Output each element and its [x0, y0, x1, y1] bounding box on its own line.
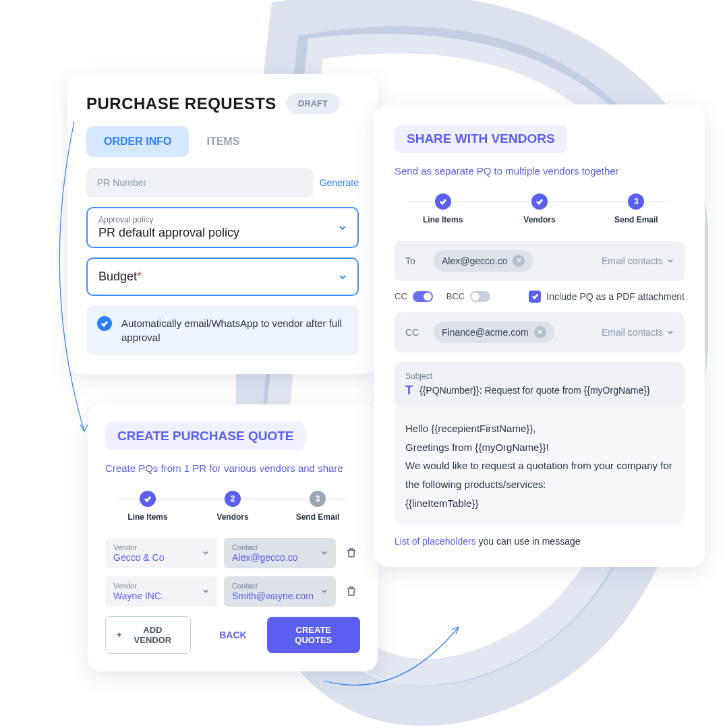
tab-order-info[interactable]: ORDER INFO — [86, 126, 189, 157]
cc-chip[interactable]: Finance@acme.com ✕ — [434, 322, 554, 343]
cpq-actions: +ADD VENDOR BACK CREATE QUOTES — [105, 616, 360, 654]
chevron-down-icon — [667, 257, 674, 264]
pr-header: PURCHASE REQUESTS DRAFT — [86, 93, 359, 114]
generate-link[interactable]: Generate — [320, 177, 359, 188]
step-vendors[interactable]: 2 Vendors — [190, 491, 275, 522]
approval-policy-label: Approval policy — [98, 215, 239, 224]
subject-label: Subject — [405, 371, 674, 381]
auto-email-text: Automatically email/WhatsApp to vendor a… — [121, 316, 348, 344]
contact-select[interactable]: Contact Smith@wayne.com — [224, 576, 336, 607]
step-send-email[interactable]: 3 Send Email — [588, 193, 685, 224]
step-done-icon — [435, 193, 451, 210]
vendor-row: Vendor Wayne INC. Contact Smith@wayne.co… — [105, 576, 360, 607]
plus-icon: + — [117, 630, 122, 640]
auto-email-option[interactable]: Automatically email/WhatsApp to vendor a… — [86, 305, 359, 355]
email-contacts-dropdown[interactable]: Email contacts — [602, 327, 674, 338]
check-icon — [97, 316, 112, 331]
contact-select[interactable]: Contact Alex@gecco.co — [224, 538, 336, 568]
checkbox-checked-icon — [529, 291, 541, 303]
budget-label: Budget* — [98, 270, 142, 284]
chevron-down-icon — [321, 588, 328, 595]
chevron-down-icon — [321, 549, 328, 556]
share-stepper: Line Items Vendors 3 Send Email — [395, 193, 685, 224]
cc-field[interactable]: CC Finance@acme.com ✕ Email contacts — [395, 312, 685, 353]
subject-value: {{PQNumber}}: Request for quote from {{m… — [419, 385, 650, 396]
placeholders-link[interactable]: List of placeholders — [395, 536, 476, 547]
tab-items[interactable]: ITEMS — [189, 126, 257, 157]
chevron-down-icon — [339, 224, 347, 232]
cc-label: CC — [395, 291, 407, 301]
step-line-items[interactable]: Line Items — [105, 491, 190, 522]
step-send-email[interactable]: 3 Send Email — [275, 491, 360, 522]
add-vendor-button[interactable]: +ADD VENDOR — [105, 616, 191, 654]
cpq-title: CREATE PURCHASE QUOTE — [105, 422, 306, 450]
cc-field-label: CC — [405, 327, 426, 338]
vendor-select[interactable]: Vendor Wayne INC. — [105, 576, 217, 607]
approval-policy-select[interactable]: Approval policy PR default approval poli… — [86, 207, 359, 248]
bcc-toggle[interactable] — [470, 291, 490, 302]
cc-bcc-row: CC BCC Include PQ as a PDF attachment — [395, 291, 685, 303]
chevron-down-icon — [202, 588, 209, 595]
cpq-stepper: Line Items 2 Vendors 3 Send Email — [105, 491, 360, 522]
budget-select[interactable]: Budget* — [86, 257, 359, 296]
chevron-down-icon — [202, 549, 209, 556]
delete-row-button[interactable] — [343, 582, 360, 600]
delete-row-button[interactable] — [343, 544, 360, 562]
bcc-label: BCC — [446, 291, 465, 301]
placeholders-hint: List of placeholders you can use in mess… — [395, 536, 685, 547]
to-label: To — [405, 255, 426, 266]
step-pending-icon: 3 — [310, 491, 326, 507]
remove-chip-icon[interactable]: ✕ — [513, 255, 525, 267]
create-purchase-quote-card: CREATE PURCHASE QUOTE Create PQs from 1 … — [88, 404, 378, 671]
pr-number-input[interactable] — [86, 168, 313, 198]
purchase-requests-card: PURCHASE REQUESTS DRAFT ORDER INFO ITEMS… — [67, 74, 378, 374]
trash-icon — [345, 547, 357, 559]
text-icon: T — [405, 384, 413, 398]
pr-number-row: Generate — [86, 168, 359, 198]
create-quotes-button[interactable]: CREATE QUOTES — [267, 617, 360, 653]
step-active-icon: 3 — [628, 193, 644, 210]
approval-policy-value: PR default approval policy — [98, 226, 239, 240]
chevron-down-icon — [339, 273, 347, 281]
page-title: PURCHASE REQUESTS — [86, 94, 277, 113]
step-line-items[interactable]: Line Items — [395, 193, 491, 224]
share-subtitle: Send as separate PQ to multiple vendors … — [395, 164, 685, 179]
subject-field[interactable]: Subject T {{PQNumber}}: Request for quot… — [395, 362, 685, 407]
email-contacts-dropdown[interactable]: Email contacts — [602, 255, 674, 266]
share-with-vendors-card: SHARE WITH VENDORS Send as separate PQ t… — [374, 104, 705, 567]
step-done-icon — [531, 193, 548, 210]
remove-chip-icon[interactable]: ✕ — [534, 326, 546, 338]
cpq-subtitle: Create PQs from 1 PR for various vendors… — [105, 461, 360, 476]
to-chip[interactable]: Alex@gecco.co ✕ — [434, 250, 533, 272]
share-title: SHARE WITH VENDORS — [395, 125, 567, 153]
vendor-row: Vendor Gecco & Co Contact Alex@gecco.co — [105, 538, 360, 568]
to-field[interactable]: To Alex@gecco.co ✕ Email contacts — [395, 241, 685, 281]
step-vendors[interactable]: Vendors — [491, 193, 587, 224]
email-body-editor[interactable]: Hello {{recepientFirstName}}, Greetings … — [395, 407, 685, 525]
tabs: ORDER INFO ITEMS — [86, 126, 359, 157]
step-done-icon — [140, 491, 156, 507]
vendor-select[interactable]: Vendor Gecco & Co — [105, 538, 217, 568]
trash-icon — [345, 585, 357, 597]
include-pdf-checkbox[interactable]: Include PQ as a PDF attachment — [529, 291, 685, 303]
status-badge: DRAFT — [286, 93, 340, 114]
step-active-icon: 2 — [225, 491, 241, 507]
chevron-down-icon — [667, 329, 674, 336]
cc-toggle[interactable] — [413, 291, 433, 302]
back-button[interactable]: BACK — [207, 621, 258, 648]
